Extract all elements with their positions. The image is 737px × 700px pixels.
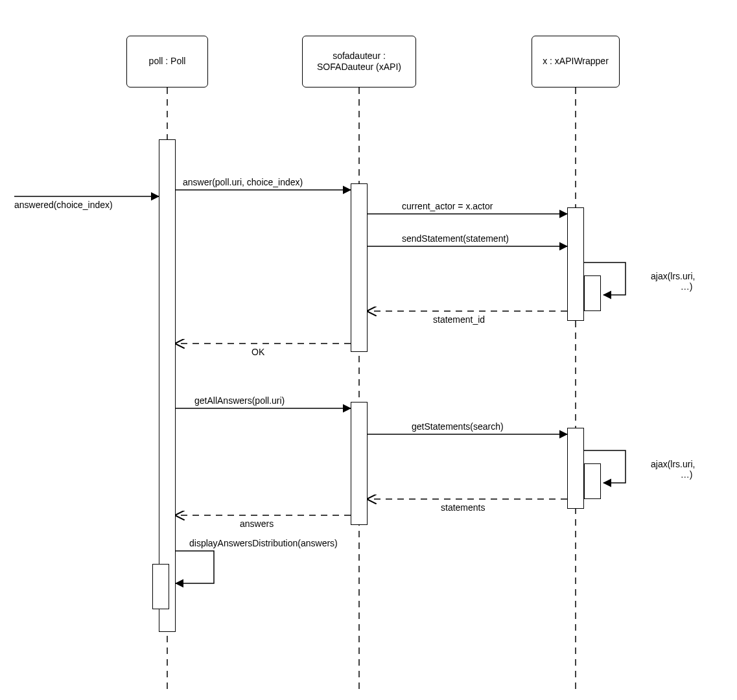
msg-statements: statements [441, 502, 485, 513]
activation-poll-self [152, 564, 169, 609]
activation-xapi-1 [567, 207, 584, 321]
msg-answered: answered(choice_index) [14, 200, 113, 210]
participant-poll: poll : Poll [126, 36, 208, 88]
msg-ajax-2-line2: …) [651, 469, 722, 480]
msg-send-statement: sendStatement(statement) [402, 233, 509, 244]
msg-ajax-1: ajax(lrs.uri, …) [651, 271, 722, 292]
sequence-diagram: poll : Poll sofadauteur : SOFADauteur (x… [0, 0, 737, 700]
msg-ajax-2-line1: ajax(lrs.uri, [651, 459, 722, 469]
msg-statement-id: statement_id [433, 314, 485, 325]
msg-ok: OK [252, 347, 264, 357]
participant-xapi-label: x : xAPIWrapper [543, 56, 609, 67]
msg-get-statements: getStatements(search) [412, 421, 504, 432]
diagram-lines [0, 0, 737, 700]
msg-answers: answers [240, 519, 274, 529]
participant-xapiwrapper: x : xAPIWrapper [532, 36, 620, 88]
activation-xapi-self-1 [584, 275, 601, 311]
participant-sofa-label-1: sofadauteur : [317, 51, 401, 62]
activation-sofa-2 [351, 402, 368, 525]
msg-ajax-1-line2: …) [651, 281, 722, 292]
msg-ajax-1-line1: ajax(lrs.uri, [651, 271, 722, 281]
msg-ajax-2: ajax(lrs.uri, …) [651, 459, 722, 480]
activation-xapi-self-2 [584, 463, 601, 499]
participant-sofa-label-2: SOFADauteur (xAPI) [317, 62, 401, 73]
msg-current-actor: current_actor = x.actor [402, 201, 493, 211]
activation-poll-main [159, 139, 176, 632]
participant-poll-label: poll : Poll [149, 56, 186, 67]
activation-xapi-2 [567, 428, 584, 509]
msg-display-answers: displayAnswersDistribution(answers) [189, 538, 338, 548]
participant-sofadauteur: sofadauteur : SOFADauteur (xAPI) [302, 36, 416, 88]
msg-answer: answer(poll.uri, choice_index) [183, 177, 303, 187]
activation-sofa-1 [351, 183, 368, 352]
msg-get-all-answers: getAllAnswers(poll.uri) [194, 395, 285, 406]
